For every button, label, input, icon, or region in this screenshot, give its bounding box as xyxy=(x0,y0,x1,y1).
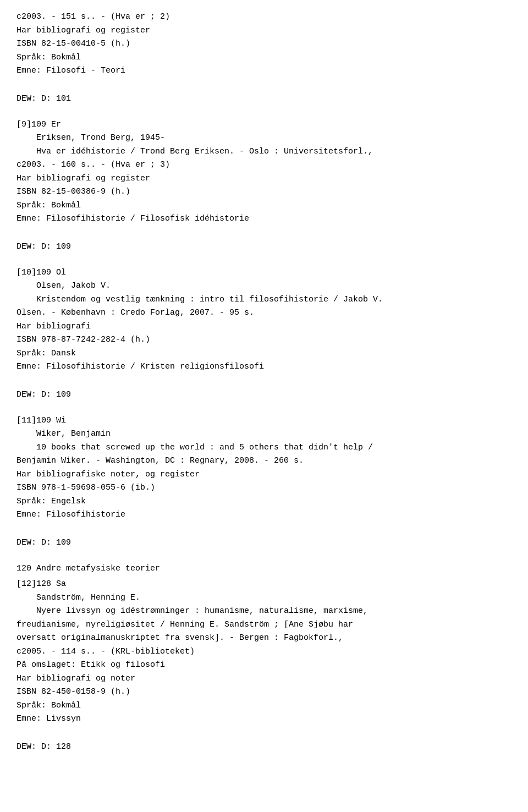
entry-12-language: Språk: Bokmål xyxy=(16,700,512,712)
entry-9-isbn: ISBN 82-15-00386-9 (h.) xyxy=(16,186,512,199)
entry-10: [10]109 Ol Olsen, Jakob V. Kristendom og… xyxy=(16,267,512,402)
entry-11-title-line1: 10 books that screwed up the world : and… xyxy=(36,442,512,454)
entry-12-title-line2: freudianisme, nyreligiøsitet / Henning E… xyxy=(16,619,512,632)
entry-12-note1: På omslaget: Etikk og filosofi xyxy=(16,659,512,672)
entry-11-header: [11]109 Wi xyxy=(16,415,512,427)
dew-9: DEW: D: 109 xyxy=(16,241,512,254)
line-4: Språk: Bokmål xyxy=(16,52,512,64)
dew-12: DEW: D: 128 xyxy=(16,741,512,754)
entry-9-title-line2: c2003. - 160 s.. - (Hva er ; 3) xyxy=(16,159,512,172)
entry-9-subject: Emne: Filosofihistorie / Filosofisk idéh… xyxy=(16,213,512,226)
entry-10-title-line1: Kristendom og vestlig tænkning : intro t… xyxy=(36,294,512,306)
entry-10-subject: Emne: Filosofihistorie / Kristen religio… xyxy=(16,361,512,374)
section-120-header: 120 Andre metafysiske teorier xyxy=(16,563,512,575)
entry-9-language: Språk: Bokmål xyxy=(16,200,512,212)
entry-9-header: [9]109 Er xyxy=(16,119,512,131)
entry-12-header: [12]128 Sa xyxy=(16,578,512,591)
dew-10: DEW: D: 109 xyxy=(16,389,512,402)
entry-11-title-line2: Benjamin Wiker. - Washington, DC : Regna… xyxy=(16,455,512,468)
page-content: c2003. - 151 s.. - (Hva er ; 2) Har bibl… xyxy=(16,11,512,754)
entry-10-title-line2: Olsen. - København : Credo Forlag, 2007.… xyxy=(16,307,512,320)
dew-value-top: DEW: D: 101 xyxy=(16,93,512,106)
entry-10-language: Språk: Dansk xyxy=(16,348,512,360)
entry-11-subject: Emne: Filosofihistorie xyxy=(16,509,512,522)
dew-11: DEW: D: 109 xyxy=(16,537,512,550)
entry-12-subject: Emne: Livssyn xyxy=(16,713,512,726)
line-1: c2003. - 151 s.. - (Hva er ; 2) xyxy=(16,11,512,24)
entry-10-author: Olsen, Jakob V. xyxy=(36,280,512,293)
dew-12-spacer xyxy=(16,729,512,742)
entry-12-isbn: ISBN 82-450-0158-9 (h.) xyxy=(16,686,512,699)
entry-12-title-line4: c2005. - 114 s.. - (KRL-biblioteket) xyxy=(16,646,512,659)
entry-11: [11]109 Wi Wiker, Benjamin 10 books that… xyxy=(16,415,512,550)
entry-11-author: Wiker, Benjamin xyxy=(36,428,512,441)
dew-top xyxy=(16,81,512,94)
entry-12-author: Sandström, Henning E. xyxy=(36,592,512,605)
entry-12-note2: Har bibliografi og noter xyxy=(16,673,512,685)
dew-11-spacer xyxy=(16,525,512,537)
entry-11-language: Språk: Engelsk xyxy=(16,496,512,508)
line-3: ISBN 82-15-00410-5 (h.) xyxy=(16,38,512,51)
entry-9-title-line1: Hva er idéhistorie / Trond Berg Eriksen.… xyxy=(36,146,512,158)
line-2: Har bibliografi og register xyxy=(16,25,512,37)
entry-9: [9]109 Er Eriksen, Trond Berg, 1945- Hva… xyxy=(16,119,512,254)
entry-top: c2003. - 151 s.. - (Hva er ; 2) Har bibl… xyxy=(16,11,512,106)
entry-9-note: Har bibliografi og register xyxy=(16,173,512,185)
entry-11-isbn: ISBN 978-1-59698-055-6 (ib.) xyxy=(16,482,512,495)
entry-10-header: [10]109 Ol xyxy=(16,267,512,279)
dew-10-spacer xyxy=(16,377,512,389)
line-5: Emne: Filosofi - Teori xyxy=(16,65,512,78)
entry-10-isbn: ISBN 978-87-7242-282-4 (h.) xyxy=(16,334,512,347)
entry-11-note: Har bibliografiske noter, og register xyxy=(16,469,512,481)
entry-12: [12]128 Sa Sandström, Henning E. Nyere l… xyxy=(16,578,512,754)
dew-9-spacer xyxy=(16,229,512,242)
entry-10-note: Har bibliografi xyxy=(16,321,512,333)
entry-9-author: Eriksen, Trond Berg, 1945- xyxy=(36,132,512,145)
entry-12-title-line3: oversatt originalmanuskriptet fra svensk… xyxy=(16,632,512,645)
entry-12-title-line1: Nyere livssyn og idéstrømninger : humani… xyxy=(36,605,512,618)
